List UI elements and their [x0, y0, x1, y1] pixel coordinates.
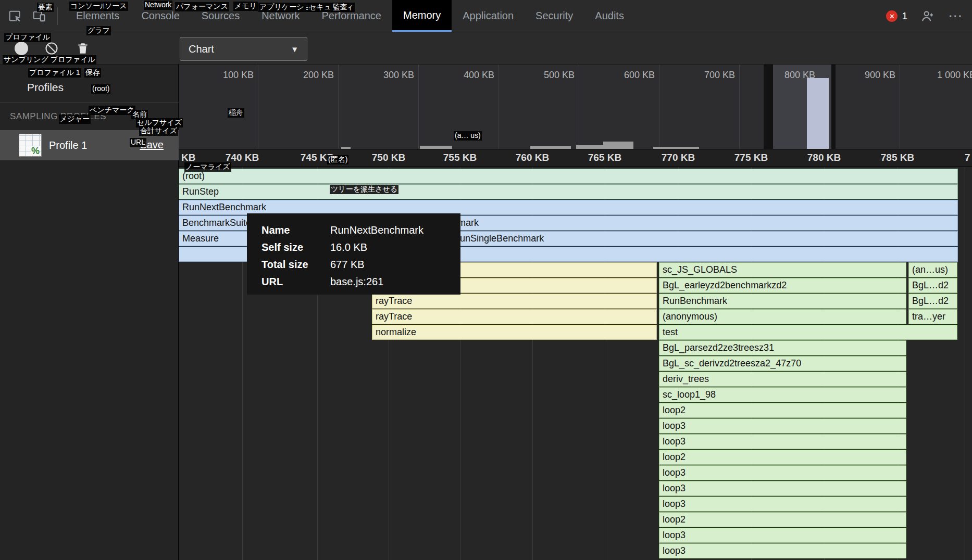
translation-annotation: 監査: [332, 3, 348, 12]
flame-frame[interactable]: (an…us): [908, 262, 957, 277]
flame-frame[interactable]: rayTrace: [372, 294, 657, 309]
overview-gridline: [739, 65, 740, 149]
flame-frame[interactable]: loop2: [659, 512, 906, 527]
flame-frame[interactable]: deriv_trees: [659, 372, 906, 387]
profile-name: Profile 1: [49, 139, 87, 151]
flame-frame[interactable]: loop3: [659, 434, 906, 449]
ruler-tick-label: 770 KB: [655, 152, 702, 163]
translation-annotation: ベンチマーク: [89, 106, 135, 115]
overview-gridline: [338, 65, 339, 149]
flame-frame[interactable]: BgL_earleyzd2benchmarkzd2: [659, 278, 906, 293]
ruler-tick-label: 765 KB: [581, 152, 628, 163]
flame-frame[interactable]: rayTrace: [372, 309, 657, 324]
selection-right-handle[interactable]: [831, 65, 836, 149]
overview-tick-label: 400 KB: [447, 70, 494, 81]
translation-annotation: (匿名): [327, 155, 348, 164]
flame-frame[interactable]: RunBenchmark: [659, 294, 906, 309]
flame-frame[interactable]: BgL…d2: [908, 294, 957, 309]
toolbar-icon-group: [0, 0, 65, 32]
ruler-tick-label: 780 KB: [801, 152, 848, 163]
flame-frame[interactable]: loop2: [659, 450, 906, 465]
tooltip-row: NameRunNextBenchmark: [261, 222, 460, 239]
trash-icon[interactable]: [75, 41, 91, 56]
overview-tick-label: 1 000 KB: [929, 70, 972, 81]
flame-frame[interactable]: sc_loop1_98: [659, 387, 906, 402]
panel-title: Profiles: [27, 81, 64, 94]
overview-tick-label: 100 KB: [207, 70, 254, 81]
flame-frame[interactable]: (anonymous): [659, 309, 906, 324]
overview-tick-label: 700 KB: [688, 70, 735, 81]
flame-frame[interactable]: BenchmarkSuite.RunSingleBenchmark: [378, 231, 958, 246]
tooltip-value: RunNextBenchmark: [330, 224, 423, 236]
view-mode-select[interactable]: Chart ▼: [180, 37, 307, 61]
flame-frame[interactable]: loop3: [659, 528, 906, 543]
flame-frame[interactable]: loop3: [659, 543, 906, 558]
tooltip-row: Total size677 KB: [261, 256, 460, 273]
flame-frame[interactable]: normalize: [372, 325, 657, 340]
ruler-tick-label: 775 KB: [728, 152, 775, 163]
flame-frame[interactable]: loop3: [659, 497, 906, 512]
tooltip-label: Self size: [261, 241, 330, 253]
user-icon[interactable]: [920, 8, 936, 24]
tab-audits[interactable]: Audits: [584, 0, 635, 32]
translation-annotation: ツリーを派生させる: [330, 185, 398, 194]
inspect-icon[interactable]: [7, 8, 23, 24]
tooltip-label: URL: [261, 276, 330, 288]
flame-frame[interactable]: loop3: [659, 465, 906, 480]
toolbar-divider: [57, 7, 58, 25]
flame-frame[interactable]: RunNextBenchmark: [179, 200, 958, 215]
overview-histogram-bar: [603, 142, 633, 149]
translation-annotation: メジャー: [59, 114, 91, 124]
error-badge[interactable]: ✕ 1: [886, 10, 907, 22]
toolbar-right-group: ✕ 1 ⋯: [886, 0, 972, 32]
translation-annotation: 合計サイズ: [139, 126, 178, 136]
profiler-toolbar: Chart ▼: [0, 32, 972, 65]
translation-annotation: メモリ: [233, 2, 258, 11]
flame-frame[interactable]: test: [659, 325, 957, 340]
overview-gridline: [900, 65, 900, 149]
translation-annotation: コンソール: [69, 2, 108, 11]
translation-annotation: (root): [91, 84, 110, 94]
tab-memory[interactable]: Memory: [392, 0, 452, 32]
flame-frame[interactable]: loop3: [659, 418, 906, 434]
tooltip-value: base.js:261: [330, 276, 383, 288]
flame-frame[interactable]: sc_JS_GLOBALS: [659, 262, 906, 277]
flame-gridline: [965, 167, 965, 560]
translation-annotation: 要素: [37, 3, 54, 12]
tooltip-value: 677 KB: [330, 259, 365, 271]
overflow-menu-icon[interactable]: ⋯: [948, 9, 963, 23]
tab-security[interactable]: Security: [525, 0, 584, 32]
translation-annotation: ノーマライズ: [184, 162, 231, 172]
ruler-tick-label: 740 KB: [219, 152, 266, 163]
percent-glyph: %: [31, 146, 40, 156]
tab-application[interactable]: Application: [452, 0, 525, 32]
flame-frame[interactable]: BgL_sc_derivzd2treesza2_47z70: [659, 356, 906, 371]
tooltip-row: Self size16.0 KB: [261, 239, 460, 256]
translation-annotation: 名前: [131, 110, 148, 119]
ruler-tick-label: 750 KB: [365, 152, 412, 163]
profiles-sidebar: Profiles SAMPLING PROFILES % Profile 1 S…: [0, 65, 179, 560]
memory-overview-timeline[interactable]: 100 KB200 KB300 KB400 KB500 KB600 KB700 …: [179, 65, 972, 149]
tooltip-label: Total size: [261, 259, 330, 271]
ruler-tick-label: 760 KB: [509, 152, 556, 163]
translation-annotation: プロファイル 1: [28, 68, 81, 78]
flame-frame[interactable]: loop2: [659, 403, 906, 418]
selection-left-handle[interactable]: [764, 65, 773, 149]
flame-frame[interactable]: (root): [179, 169, 958, 184]
profile-icon: %: [19, 134, 42, 157]
flame-frame[interactable]: loop3: [659, 481, 906, 496]
clear-icon[interactable]: [44, 41, 59, 56]
record-profile-button[interactable]: [15, 42, 28, 55]
translation-annotation: ソース: [104, 2, 128, 11]
flame-frame[interactable]: BgL…d2: [908, 278, 957, 293]
flame-frame[interactable]: RunStep: [179, 184, 958, 199]
flame-frame[interactable]: RunNextBenchmark: [391, 215, 958, 231]
overview-tick-label: 900 KB: [849, 70, 895, 81]
overview-tick-label: 300 KB: [367, 70, 414, 81]
detail-ruler: KB740 KB745 KB750 KB755 KB760 KB765 KB77…: [179, 149, 972, 167]
overview-gridline: [499, 65, 499, 149]
overview-gridline: [579, 65, 579, 149]
flame-frame[interactable]: tra…yer: [908, 309, 957, 324]
flame-frame[interactable]: BgL_parsezd2ze3treesz31: [659, 340, 906, 355]
error-icon: ✕: [886, 10, 898, 22]
